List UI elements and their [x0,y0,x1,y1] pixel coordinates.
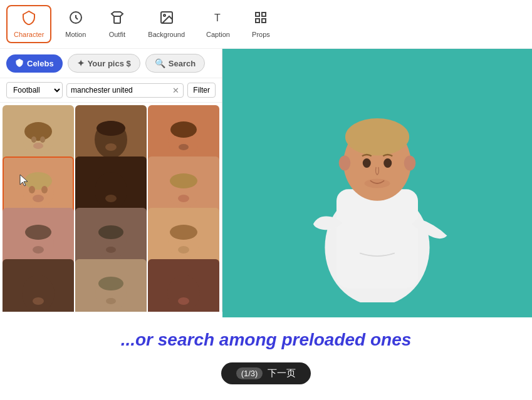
svg-point-29 [178,195,189,202]
toolbar-props-label: Props [252,31,270,38]
svg-point-37 [170,225,197,240]
face-card-11[interactable] [75,259,147,312]
svg-point-13 [33,143,43,149]
svg-point-22 [29,186,35,193]
svg-point-39 [22,275,55,312]
tab-row: Celebs ✦ Your pics $ 🔍 Search [0,49,222,78]
search-clear-button[interactable]: ✕ [172,86,179,95]
svg-point-31 [25,225,51,240]
category-select[interactable]: Football Basketball Tennis [6,82,63,98]
character-icon [21,10,36,29]
tab-search-label: Search [169,59,196,68]
caption-icon: T [211,10,226,29]
face-image-11 [76,260,145,312]
next-page-button[interactable]: (1/3) 下一页 [221,362,311,384]
character-svg [296,64,459,302]
face-card-10[interactable] [3,259,74,312]
toolbar-caption-label: Caption [206,31,230,38]
svg-point-24 [33,195,44,202]
outfit-icon [110,10,125,29]
page-badge: (1/3) [236,367,263,379]
svg-point-53 [383,158,392,168]
tab-your-pics[interactable]: ✦ Your pics $ [68,54,140,73]
svg-point-11 [31,136,36,143]
svg-point-32 [33,246,44,254]
toolbar-motion-label: Motion [65,31,86,38]
toolbar-background[interactable]: Background [140,5,192,43]
search-row: Football Basketball Tennis ✕ Filter [0,78,222,103]
toolbar-outfit-label: Outfit [109,31,125,38]
toolbar-props[interactable]: Props [244,5,278,43]
svg-point-35 [106,247,116,253]
main-layout: Celebs ✦ Your pics $ 🔍 Search Football B… [0,49,532,317]
tab-search[interactable]: 🔍 Search [145,54,205,73]
toolbar-outfit[interactable]: Outfit [100,5,134,43]
celebs-icon [15,58,24,69]
toolbar-character[interactable]: Character [6,5,51,43]
svg-rect-47 [336,189,418,288]
search-input-wrap: ✕ [66,83,184,98]
pagination: (1/3) 下一页 [0,356,532,391]
next-page-label: 下一页 [268,367,296,379]
toolbar-caption[interactable]: T Caption [199,5,237,43]
tab-celebs[interactable]: Celebs [6,54,63,73]
svg-point-25 [95,172,127,210]
svg-rect-5 [256,13,259,16]
face-image-10 [4,260,73,312]
face-image-12 [149,260,218,312]
svg-point-3 [164,14,165,16]
svg-point-12 [40,136,45,143]
your-pics-icon: ✦ [77,58,85,68]
face-card-12[interactable] [148,259,219,312]
toolbar-character-label: Character [14,31,44,38]
left-panel: Celebs ✦ Your pics $ 🔍 Search Football B… [0,49,222,312]
motion-icon [68,10,83,29]
svg-point-51 [404,155,416,170]
tab-your-pics-label: Your pics $ [88,59,131,68]
svg-rect-7 [256,19,259,23]
svg-rect-8 [262,19,266,23]
svg-point-45 [178,297,189,305]
svg-point-21 [24,172,52,190]
character-figure [296,71,459,296]
svg-point-18 [170,121,197,138]
svg-point-26 [105,195,117,202]
svg-rect-6 [262,13,266,16]
svg-point-23 [41,186,48,193]
svg-point-10 [24,122,52,141]
svg-point-28 [170,173,197,188]
toolbar: Character Motion Outfit Background [0,0,532,49]
svg-point-43 [106,298,116,304]
svg-point-54 [365,178,390,188]
search-input[interactable] [71,86,170,95]
props-icon [253,10,268,29]
svg-point-40 [33,297,44,305]
svg-rect-1 [114,16,120,23]
right-preview [222,49,532,317]
svg-point-52 [363,158,371,168]
svg-point-15 [96,121,125,136]
search-icon: 🔍 [155,58,165,68]
bottom-text: ...or search among preloaded ones [0,317,532,356]
filter-button[interactable]: Filter [187,83,216,98]
svg-point-19 [179,144,189,150]
svg-point-42 [98,277,123,290]
svg-point-44 [167,275,200,312]
toolbar-background-label: Background [148,31,185,38]
svg-point-50 [339,155,351,170]
toolbar-motion[interactable]: Motion [58,5,93,43]
tab-celebs-label: Celebs [27,59,54,68]
svg-point-34 [98,225,123,239]
svg-point-49 [345,118,409,155]
background-icon [159,10,174,29]
svg-point-16 [105,143,117,151]
svg-point-38 [178,246,189,254]
svg-text:T: T [214,13,221,23]
face-grid: Marcos Rojo Namanja Matić [0,103,222,312]
